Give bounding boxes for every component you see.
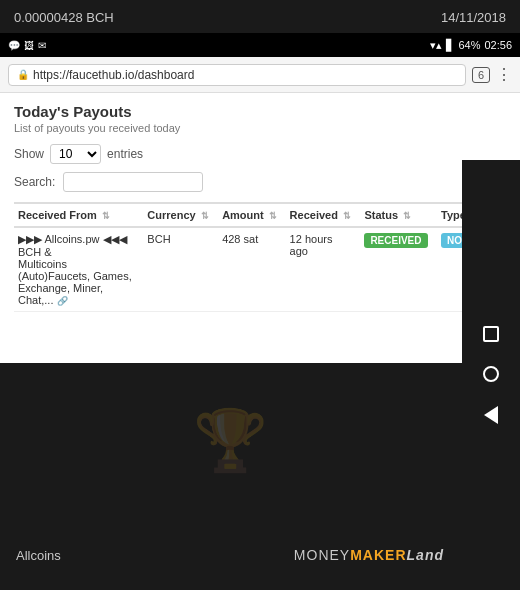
sender-desc: BCH &Multicoins (Auto)Faucets, Games, Ex…: [18, 246, 132, 306]
logo-oney: ONEY: [307, 547, 351, 563]
watermark-icon: 🏆: [193, 405, 268, 476]
url-text: https://faucethub.io/dashboard: [33, 68, 194, 82]
sender-name: ▶▶▶ Allcoins.pw ◀◀◀: [18, 233, 127, 245]
sort-icon-status: ⇅: [403, 211, 411, 221]
logo-maker: MAKER: [350, 547, 406, 563]
status-bar-right: ▾▴ ▋ 64% 02:56: [430, 39, 512, 52]
android-nav-bar: [462, 160, 520, 590]
cell-received-time: 12 hoursago: [286, 227, 361, 312]
address-bar[interactable]: 🔒 https://faucethub.io/dashboard: [8, 64, 466, 86]
tab-count[interactable]: 6: [472, 67, 490, 83]
sort-icon-amount: ⇅: [269, 211, 277, 221]
logo-land: Land: [407, 547, 444, 563]
bottom-logo: MONEYMAKERLand: [294, 547, 444, 563]
page-title: Today's Payouts: [14, 103, 506, 120]
search-label: Search:: [14, 175, 55, 189]
col-currency[interactable]: Currency ⇅: [143, 203, 218, 227]
top-bar-left: 0.00000428 BCH: [14, 10, 114, 25]
cell-currency: BCH: [143, 227, 218, 312]
image-icon: 🖼: [24, 40, 34, 51]
top-bar-right: 14/11/2018: [441, 10, 506, 25]
page-subtitle: List of payouts you received today: [14, 122, 506, 134]
browser-bar: 🔒 https://faucethub.io/dashboard 6 ⋮: [0, 57, 520, 93]
table-row: ▶▶▶ Allcoins.pw ◀◀◀ BCH &Multicoins (Aut…: [14, 227, 506, 312]
status-bar-left: 💬 🖼 ✉: [8, 40, 46, 51]
cell-status: RECEIVED: [360, 227, 437, 312]
bottom-left-text: Allcoins: [16, 548, 61, 563]
sort-icon-received: ⇅: [343, 211, 351, 221]
table-header-row: Received From ⇅ Currency ⇅ Amount ⇅ Rece…: [14, 203, 506, 227]
entries-select[interactable]: 10 25 50 100: [50, 144, 101, 164]
col-received[interactable]: Received ⇅: [286, 203, 361, 227]
col-received-from[interactable]: Received From ⇅: [14, 203, 143, 227]
back-nav-button[interactable]: [484, 406, 498, 424]
clock: 02:56: [484, 39, 512, 51]
content-area: Today's Payouts List of payouts you rece…: [0, 93, 520, 363]
show-entries-row: Show 10 25 50 100 entries: [14, 144, 506, 164]
search-input[interactable]: [63, 172, 203, 192]
logo-m: M: [294, 547, 307, 563]
cell-amount: 428 sat: [218, 227, 285, 312]
payouts-table: Received From ⇅ Currency ⇅ Amount ⇅ Rece…: [14, 202, 506, 312]
messenger-icon: 💬: [8, 40, 20, 51]
sort-icon-received-from: ⇅: [102, 211, 110, 221]
col-amount[interactable]: Amount ⇅: [218, 203, 285, 227]
square-nav-button[interactable]: [483, 326, 499, 342]
browser-actions: 6 ⋮: [472, 65, 512, 84]
entries-label: entries: [107, 147, 143, 161]
top-bar: 0.00000428 BCH 14/11/2018: [0, 0, 520, 33]
wifi-icon: ▾▴: [430, 39, 442, 52]
cell-received-from: ▶▶▶ Allcoins.pw ◀◀◀ BCH &Multicoins (Aut…: [14, 227, 143, 312]
sort-icon-currency: ⇅: [201, 211, 209, 221]
show-label: Show: [14, 147, 44, 161]
bottom-bar: Allcoins MONEYMAKERLand: [0, 520, 460, 590]
lock-icon: 🔒: [17, 69, 29, 80]
browser-menu-button[interactable]: ⋮: [496, 65, 512, 84]
col-status[interactable]: Status ⇅: [360, 203, 437, 227]
status-badge: RECEIVED: [364, 233, 427, 248]
home-nav-button[interactable]: [483, 366, 499, 382]
external-link-icon[interactable]: 🔗: [57, 296, 68, 306]
status-bar: 💬 🖼 ✉ ▾▴ ▋ 64% 02:56: [0, 33, 520, 57]
email-icon: ✉: [38, 40, 46, 51]
signal-icon: ▋: [446, 39, 454, 52]
watermark: 🏆: [0, 360, 460, 520]
battery-percent: 64%: [458, 39, 480, 51]
search-row: Search:: [14, 172, 506, 192]
